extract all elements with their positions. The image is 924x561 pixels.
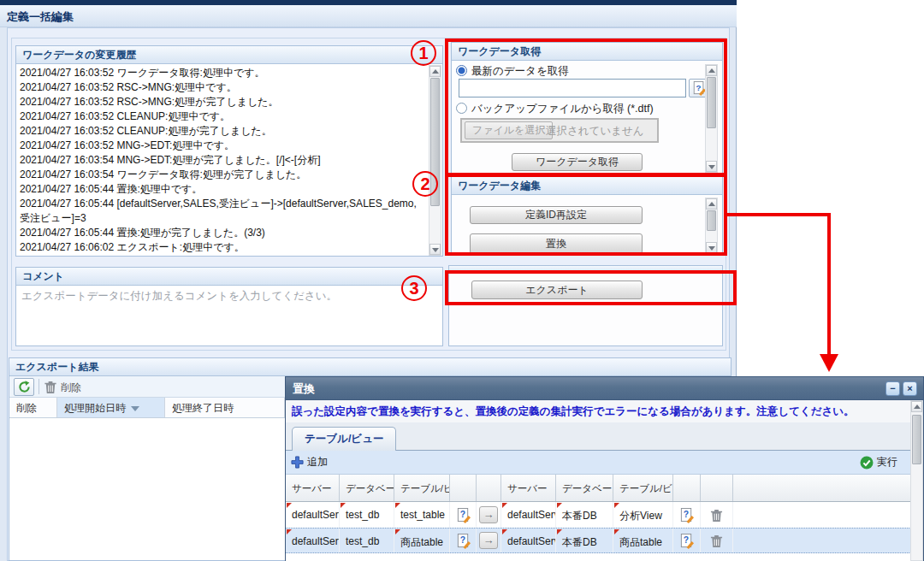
edited-marker-icon xyxy=(341,503,346,508)
edited-marker-icon xyxy=(614,503,619,508)
column-src-db[interactable]: データベース xyxy=(340,475,394,501)
log-entry: 2021/04/27 16:06:02 エクスポート:処理中です。 xyxy=(20,240,425,255)
annotation-step-1: 1 xyxy=(411,40,436,66)
log-entry: 2021/04/27 16:03:54 ワークデータ取得:処理が完了しました。 xyxy=(20,168,425,182)
replace-scrollbar[interactable] xyxy=(910,400,923,561)
log-entry: 2021/04/27 16:03:52 ワークデータ取得:処理中です。 xyxy=(20,66,425,80)
cell-src-db[interactable]: test_db xyxy=(340,502,394,528)
column-start-time[interactable]: 処理開始日時 xyxy=(57,398,165,417)
scroll-up-icon[interactable] xyxy=(429,66,441,77)
column-src-server[interactable]: サーバー xyxy=(286,475,340,501)
cell-src-server[interactable]: defaultServer xyxy=(286,529,340,552)
replace-warning-text: 誤った設定内容で置換を実行すると、置換後の定義の集計実行でエラーになる場合があり… xyxy=(286,400,911,422)
log-entry: 2021/04/27 16:03:54 MNG->EDT:処理が完了しました。[… xyxy=(20,153,425,168)
delete-tool-label[interactable]: 削除 xyxy=(61,381,81,395)
arrow-right-icon: → xyxy=(479,506,498,523)
column-end-time[interactable]: 処理終了日時 xyxy=(165,398,285,417)
run-label: 実行 xyxy=(877,455,897,469)
cell-filler xyxy=(733,502,911,528)
column-dst-ref xyxy=(673,475,701,501)
annotation-step-3: 3 xyxy=(401,275,427,301)
column-copy xyxy=(477,475,501,501)
comment-panel: コメント xyxy=(15,267,443,346)
cell-src-table[interactable]: test_table xyxy=(394,502,450,528)
replace-table-empty-area xyxy=(286,553,911,561)
annotation-arrow-horizontal xyxy=(726,213,831,216)
edited-marker-icon xyxy=(502,503,507,508)
add-row-button[interactable]: 追加 xyxy=(291,455,328,469)
ref-lookup-icon: ? xyxy=(679,533,694,549)
history-log: 2021/04/27 16:03:52 ワークデータ取得:処理中です。 2021… xyxy=(16,64,442,256)
log-entry: 2021/04/27 16:03:52 RSC->MNG:処理中です。 xyxy=(20,80,425,95)
page-title: 定義一括編集 xyxy=(0,5,737,25)
trash-icon[interactable] xyxy=(44,380,57,394)
column-src-table[interactable]: テーブル/ビ... xyxy=(394,475,450,501)
annotation-arrowhead-icon xyxy=(820,354,838,372)
cell-dst-table[interactable]: 商品table xyxy=(613,529,673,552)
edited-marker-icon xyxy=(287,529,292,534)
log-entry: 2021/04/27 16:06:03 エクスポート:処理が完了しました。 xyxy=(20,255,425,256)
cell-src-db[interactable]: test_db xyxy=(340,529,394,552)
log-entry: 2021/04/27 16:05:44 [defaultServer,SALES… xyxy=(20,197,425,226)
dst-ref-lookup-button[interactable]: ? xyxy=(673,529,701,552)
annotation-arrow-vertical xyxy=(827,213,831,355)
src-ref-lookup-button[interactable]: ? xyxy=(450,502,477,528)
copy-right-button[interactable]: → xyxy=(477,529,501,552)
row-delete-button[interactable] xyxy=(701,502,733,528)
log-entry: 2021/04/27 16:03:52 MNG->EDT:処理中です。 xyxy=(20,139,425,153)
column-dst-table[interactable]: テーブル/ビ... xyxy=(613,475,673,501)
edited-marker-icon xyxy=(502,529,507,534)
row-delete-button[interactable] xyxy=(701,529,733,552)
sort-desc-icon xyxy=(131,406,139,411)
cell-dst-table[interactable]: 分析View xyxy=(613,502,673,528)
replace-window: 置換 − × 誤った設定内容で置換を実行すると、置換後の定義の集計実行でエラーに… xyxy=(285,376,924,561)
src-ref-lookup-button[interactable]: ? xyxy=(450,529,477,552)
svg-text:?: ? xyxy=(684,535,689,545)
cell-dst-db[interactable]: 本番DB xyxy=(556,502,613,528)
log-entry: 2021/04/27 16:03:52 RSC->MNG:処理が完了しました。 xyxy=(20,95,425,109)
scrollbar-thumb[interactable] xyxy=(912,415,921,464)
copy-right-button[interactable]: → xyxy=(477,502,501,528)
column-dst-db[interactable]: データベース xyxy=(556,475,613,501)
tab-table-view[interactable]: テーブル/ビュー xyxy=(292,427,396,451)
run-button[interactable]: 実行 xyxy=(860,455,897,469)
screenshot-stage: 定義一括編集 ワークデータの変更履歴 2021/04/27 16:03:52 ワ… xyxy=(0,0,924,561)
edited-marker-icon xyxy=(395,503,400,508)
replace-window-title: 置換 xyxy=(286,377,923,397)
dst-ref-lookup-button[interactable]: ? xyxy=(673,502,701,528)
refresh-button[interactable] xyxy=(14,378,34,396)
log-entry: 2021/04/27 16:03:52 CLEANUP:処理中です。 xyxy=(20,109,425,124)
cell-src-table[interactable]: 商品table xyxy=(394,529,450,552)
column-dst-server[interactable]: サーバー xyxy=(501,475,556,501)
log-entry: 2021/04/27 16:05:44 置換:処理が完了しました。(3/3) xyxy=(20,226,425,240)
comment-panel-title: コメント xyxy=(16,268,442,286)
check-circle-icon xyxy=(860,456,874,469)
history-log-lines: 2021/04/27 16:03:52 ワークデータ取得:処理中です。 2021… xyxy=(20,66,425,256)
arrow-right-icon: → xyxy=(479,532,498,549)
trash-icon xyxy=(710,534,723,548)
log-entry: 2021/04/27 16:03:52 CLEANUP:処理が完了しました。 xyxy=(20,124,425,139)
toolbar-divider xyxy=(38,379,39,394)
scroll-up-icon[interactable] xyxy=(911,401,922,412)
cell-dst-db[interactable]: 本番DB xyxy=(556,529,613,552)
cell-filler xyxy=(733,529,911,552)
close-button[interactable]: × xyxy=(903,381,917,396)
table-row[interactable]: defaultServer test_db 商品table ? → defaul… xyxy=(286,528,911,553)
results-panel-title: エクスポート結果 xyxy=(9,358,731,376)
scroll-down-icon[interactable] xyxy=(429,244,441,255)
refresh-icon xyxy=(18,381,31,393)
table-row[interactable]: defaultServer test_db test_table ? → def… xyxy=(286,502,911,528)
annotation-box-1 xyxy=(445,38,727,176)
annotation-box-3 xyxy=(445,270,737,305)
minimize-button[interactable]: − xyxy=(886,381,900,396)
cell-dst-server[interactable]: defaultServer xyxy=(501,529,556,552)
comment-textarea[interactable] xyxy=(16,286,442,345)
window-titlebar: 定義一括編集 xyxy=(0,5,737,27)
column-delete[interactable]: 削除 xyxy=(9,398,57,417)
history-scrollbar[interactable] xyxy=(429,65,441,256)
replace-toolbar: 追加 実行 xyxy=(286,451,911,475)
cell-dst-server[interactable]: defaultServer xyxy=(501,502,556,528)
edited-marker-icon xyxy=(557,503,562,508)
cell-src-server[interactable]: defaultServer xyxy=(286,502,340,528)
replace-table-header: サーバー データベース テーブル/ビ... サーバー データベース テーブル/ビ… xyxy=(286,475,911,502)
